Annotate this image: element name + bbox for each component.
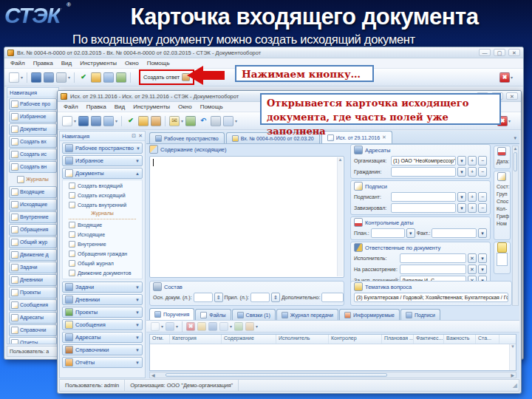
- sidebar-item[interactable]: Проекты: [9, 287, 57, 299]
- nav-action-item[interactable]: Создать входящий: [63, 181, 142, 191]
- fact-date-field[interactable]: [432, 228, 477, 238]
- sidebar-item[interactable]: Дневники: [9, 274, 57, 286]
- check-icon[interactable]: ✔: [78, 72, 89, 83]
- sidebar-item[interactable]: Сообщения: [9, 299, 57, 311]
- scroll-right-icon[interactable]: ▶: [509, 372, 516, 378]
- forward-icon[interactable]: [185, 116, 196, 126]
- create-reply-button[interactable]: Создать ответ: [143, 74, 180, 81]
- remove-button[interactable]: −: [478, 156, 487, 166]
- link-order-icon[interactable]: [219, 322, 228, 331]
- menu-item[interactable]: Правка: [33, 60, 53, 66]
- nav-group[interactable]: Дневники ▼: [62, 294, 143, 305]
- grid-column-header[interactable]: Содержание: [222, 335, 276, 344]
- nav-group[interactable]: Избранное ▼: [62, 155, 143, 166]
- close-document-icon[interactable]: ✖: [499, 72, 510, 83]
- save-all-icon[interactable]: [91, 116, 101, 126]
- bottom-tab[interactable]: Журнал передачи: [276, 309, 338, 320]
- new-document-icon[interactable]: [62, 116, 72, 126]
- clear-button[interactable]: ✕: [468, 265, 477, 274]
- add-button[interactable]: +: [468, 156, 477, 166]
- chevron-down-icon[interactable]: ▾: [181, 118, 183, 123]
- chevron-down-icon[interactable]: ▾: [235, 118, 237, 123]
- sidebar-item[interactable]: Задачи: [9, 262, 57, 273]
- print-icon[interactable]: [56, 72, 66, 83]
- resize-grip[interactable]: ◢: [513, 382, 519, 389]
- chevron-down-icon[interactable]: ▾: [115, 118, 117, 123]
- spinner[interactable]: ⇕: [271, 293, 280, 302]
- grid-column-header[interactable]: Ста...: [476, 335, 499, 344]
- minimize-button[interactable]: —: [479, 49, 491, 56]
- new-order-icon[interactable]: [151, 322, 160, 331]
- close-icon[interactable]: ✕: [138, 133, 143, 139]
- paste-icon[interactable]: [151, 116, 161, 126]
- review-field[interactable]: [400, 265, 466, 274]
- executor-field[interactable]: [400, 253, 466, 263]
- nav-group[interactable]: Рабочее пространство ▼: [62, 143, 143, 154]
- nav-group[interactable]: Отчёты ▼: [62, 357, 143, 368]
- menu-item[interactable]: Вид: [61, 60, 72, 66]
- remove-button[interactable]: −: [478, 192, 487, 202]
- register-icon[interactable]: [91, 72, 101, 83]
- sidebar-item[interactable]: Создать ис: [9, 149, 57, 160]
- scroll-left-icon[interactable]: ◀: [150, 372, 157, 378]
- export-icon[interactable]: [116, 72, 126, 83]
- chevron-down-icon[interactable]: ▾: [68, 75, 70, 80]
- delete-order-icon[interactable]: ✖: [186, 322, 195, 331]
- grid-column-header[interactable]: Важность: [444, 335, 476, 344]
- add-button[interactable]: +: [468, 203, 477, 213]
- menu-item[interactable]: Помощь: [147, 60, 170, 66]
- dropdown-button[interactable]: ▾: [478, 265, 487, 274]
- nav-journal-item[interactable]: Внутренние: [63, 239, 142, 249]
- visa-field[interactable]: [391, 203, 456, 213]
- tab-overflow-icon[interactable]: ▾: [514, 135, 516, 143]
- link-icon[interactable]: [223, 116, 233, 126]
- maximize-button[interactable]: ▢: [494, 49, 505, 56]
- forward-order-icon[interactable]: [234, 322, 243, 331]
- nav-journal-item[interactable]: Общий журнал: [63, 259, 142, 268]
- nav-journal-item[interactable]: Исходящие: [63, 230, 142, 239]
- tab-workspace[interactable]: Рабочее пространство: [149, 132, 225, 143]
- note-field[interactable]: [497, 253, 508, 266]
- grid-vertical-scrollbar[interactable]: ▼: [509, 344, 516, 370]
- mail-icon[interactable]: ✉: [169, 116, 180, 126]
- nav-action-item[interactable]: Создать внутренний: [63, 200, 142, 210]
- grid-column-header[interactable]: Фактичес...: [414, 335, 444, 344]
- save-icon[interactable]: [31, 72, 41, 83]
- grid-column-header[interactable]: Категория: [170, 335, 222, 344]
- menu-item[interactable]: Окно: [178, 103, 192, 110]
- refresh-icon[interactable]: [197, 322, 206, 331]
- history-icon[interactable]: [245, 322, 254, 331]
- plan-date-field[interactable]: [371, 228, 405, 238]
- dropdown-button[interactable]: ▾: [406, 228, 415, 238]
- citizen-field[interactable]: [391, 167, 456, 177]
- content-textarea[interactable]: ▲: [149, 156, 344, 278]
- grid-column-header[interactable]: Плановая ...: [382, 335, 414, 344]
- add-button[interactable]: +: [468, 192, 477, 202]
- save-all-icon[interactable]: [44, 72, 54, 83]
- scrollbar-thumb[interactable]: [514, 152, 517, 171]
- bottom-tab[interactable]: Информируемые: [339, 309, 400, 320]
- bottom-tab[interactable]: Подписи: [400, 309, 440, 320]
- add-button[interactable]: +: [468, 167, 477, 177]
- menu-item[interactable]: Файл: [10, 60, 25, 66]
- nav-action-item[interactable]: Создать исходящий: [63, 191, 142, 200]
- sidebar-item[interactable]: Общий жур: [9, 236, 57, 248]
- copy-order-icon[interactable]: [166, 322, 174, 331]
- chevron-down-icon[interactable]: ▾: [74, 118, 76, 123]
- menu-item[interactable]: Файл: [64, 103, 78, 110]
- grid-column-header[interactable]: Контролер: [329, 335, 382, 344]
- copy-icon[interactable]: [103, 116, 114, 126]
- nav-group-documents[interactable]: Документы ▲: [62, 168, 143, 179]
- nav-journal-item[interactable]: Движение документов: [63, 268, 142, 278]
- nav-group[interactable]: Справочники ▼: [62, 344, 143, 355]
- nav-journal-item[interactable]: Обращения граждан: [63, 249, 142, 259]
- dropdown-button[interactable]: ▾: [457, 192, 466, 202]
- horizontal-scrollbar[interactable]: ◀ ▶: [149, 372, 516, 378]
- signer-field[interactable]: [391, 192, 456, 202]
- dropdown-button[interactable]: ▾: [478, 228, 487, 238]
- sidebar-item[interactable]: Внутренние: [9, 211, 57, 223]
- nav-journal-item[interactable]: Входящие: [63, 220, 142, 230]
- dropdown-button[interactable]: ▾: [478, 253, 487, 263]
- bottom-tab[interactable]: Поручения: [149, 308, 194, 320]
- menu-item[interactable]: Вид: [115, 103, 125, 110]
